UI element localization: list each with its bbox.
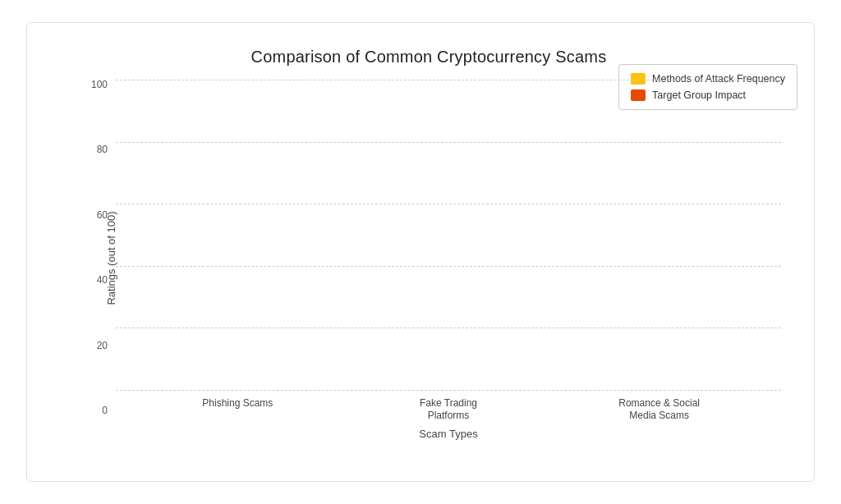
bars-row [116,80,781,391]
chart-container: Comparison of Common Cryptocurrency Scam… [26,22,815,482]
chart-area: Ratings (out of 100) 100 80 60 40 20 0 [76,80,781,440]
x-label-phishing: Phishing Scams [192,397,283,423]
y-tick-0: 0 [102,405,108,415]
x-axis-labels: Phishing Scams Fake Trading Platforms Ro… [116,391,781,423]
x-label-romance: Romance & Social Media Scams [614,397,705,423]
x-axis-title: Scam Types [116,428,781,440]
x-label-fake-trading: Fake Trading Platforms [403,397,494,423]
grid-and-bars [116,80,781,391]
y-tick-20: 20 [97,341,108,351]
y-tick-80: 80 [97,144,108,154]
y-tick-100: 100 [91,80,108,89]
plot-area: Phishing Scams Fake Trading Platforms Ro… [116,80,781,440]
